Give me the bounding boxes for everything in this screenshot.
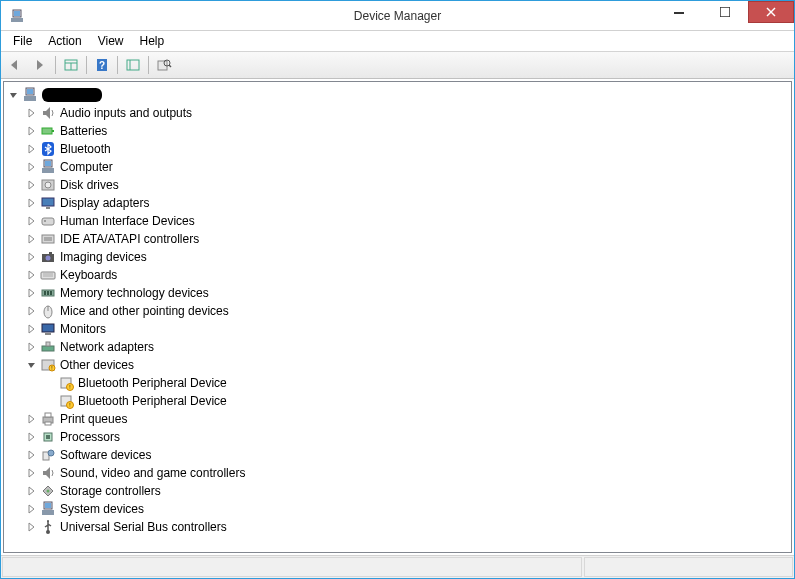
expand-arrow-icon[interactable] xyxy=(26,323,38,335)
svg-point-31 xyxy=(44,220,46,222)
device-item[interactable]: !Bluetooth Peripheral Device xyxy=(4,374,791,392)
expand-arrow-icon[interactable] xyxy=(26,251,38,263)
category-label: IDE ATA/ATAPI controllers xyxy=(60,232,199,246)
expand-arrow-icon[interactable] xyxy=(26,161,38,173)
expand-arrow-icon[interactable] xyxy=(26,503,38,515)
imaging-icon xyxy=(40,249,56,265)
expand-arrow-icon[interactable] xyxy=(26,467,38,479)
device-item[interactable]: !Bluetooth Peripheral Device xyxy=(4,392,791,410)
category-monitor[interactable]: Monitors xyxy=(4,320,791,338)
category-computer[interactable]: Computer xyxy=(4,158,791,176)
category-bluetooth[interactable]: Bluetooth xyxy=(4,140,791,158)
expand-arrow-icon[interactable] xyxy=(26,449,38,461)
expand-arrow-icon[interactable] xyxy=(26,179,38,191)
scan-button[interactable] xyxy=(122,54,144,76)
category-label: Processors xyxy=(60,430,120,444)
battery-icon xyxy=(40,123,56,139)
hid-icon xyxy=(40,213,56,229)
svg-rect-25 xyxy=(45,161,51,166)
category-memory[interactable]: Memory technology devices xyxy=(4,284,791,302)
expand-arrow-icon[interactable] xyxy=(26,287,38,299)
properties-button[interactable] xyxy=(153,54,175,76)
category-disk[interactable]: Disk drives xyxy=(4,176,791,194)
collapse-arrow-icon[interactable] xyxy=(8,89,20,101)
category-usb[interactable]: Universal Serial Bus controllers xyxy=(4,518,791,536)
menu-file[interactable]: File xyxy=(5,32,40,50)
menu-view[interactable]: View xyxy=(90,32,132,50)
menu-action[interactable]: Action xyxy=(40,32,89,50)
expand-arrow-icon[interactable] xyxy=(26,197,38,209)
expand-arrow-icon[interactable] xyxy=(26,269,38,281)
expand-arrow-icon[interactable] xyxy=(26,143,38,155)
svg-rect-46 xyxy=(42,324,54,332)
svg-rect-61 xyxy=(45,422,51,425)
svg-rect-4 xyxy=(720,7,730,17)
category-ide[interactable]: IDE ATA/ATAPI controllers xyxy=(4,230,791,248)
expand-arrow-icon[interactable] xyxy=(26,107,38,119)
category-display[interactable]: Display adapters xyxy=(4,194,791,212)
status-pane xyxy=(2,557,582,577)
category-other[interactable]: !Other devices xyxy=(4,356,791,374)
tree-root[interactable] xyxy=(4,86,791,104)
toolbar-separator xyxy=(148,56,149,74)
help-button[interactable]: ? xyxy=(91,54,113,76)
category-label: System devices xyxy=(60,502,144,516)
category-mouse[interactable]: Mice and other pointing devices xyxy=(4,302,791,320)
category-cpu[interactable]: Processors xyxy=(4,428,791,446)
svg-rect-0 xyxy=(11,18,23,22)
printer-icon xyxy=(40,411,56,427)
back-button[interactable] xyxy=(5,54,27,76)
expand-arrow-icon[interactable] xyxy=(26,125,38,137)
category-sound[interactable]: Sound, video and game controllers xyxy=(4,464,791,482)
expand-arrow-icon[interactable] xyxy=(26,305,38,317)
svg-text:!: ! xyxy=(51,365,52,371)
category-storage[interactable]: Storage controllers xyxy=(4,482,791,500)
svg-rect-23 xyxy=(42,168,54,173)
svg-rect-36 xyxy=(49,252,52,254)
expand-arrow-icon[interactable] xyxy=(26,521,38,533)
category-label: Sound, video and game controllers xyxy=(60,466,245,480)
expand-arrow-icon[interactable] xyxy=(26,413,38,425)
unknown-icon: ! xyxy=(58,393,74,409)
category-imaging[interactable]: Imaging devices xyxy=(4,248,791,266)
window-title: Device Manager xyxy=(354,9,441,23)
expand-arrow-icon[interactable] xyxy=(26,233,38,245)
collapse-arrow-icon[interactable] xyxy=(26,359,38,371)
expand-arrow-icon[interactable] xyxy=(26,215,38,227)
close-button[interactable] xyxy=(748,1,794,23)
maximize-button[interactable] xyxy=(702,1,748,23)
category-label: Memory technology devices xyxy=(60,286,209,300)
network-icon xyxy=(40,339,56,355)
category-audio[interactable]: Audio inputs and outputs xyxy=(4,104,791,122)
category-keyboard[interactable]: Keyboards xyxy=(4,266,791,284)
svg-rect-29 xyxy=(46,207,50,209)
expand-arrow-icon[interactable] xyxy=(26,431,38,443)
category-network[interactable]: Network adapters xyxy=(4,338,791,356)
category-software[interactable]: Software devices xyxy=(4,446,791,464)
expand-arrow-icon[interactable] xyxy=(26,341,38,353)
svg-rect-3 xyxy=(674,12,684,14)
menubar: File Action View Help xyxy=(1,31,794,51)
computer-icon xyxy=(22,87,38,103)
status-pane xyxy=(584,557,793,577)
device-label: Bluetooth Peripheral Device xyxy=(78,376,227,390)
menu-help[interactable]: Help xyxy=(132,32,173,50)
svg-rect-69 xyxy=(45,503,51,508)
category-printer[interactable]: Print queues xyxy=(4,410,791,428)
category-system[interactable]: System devices xyxy=(4,500,791,518)
cpu-icon xyxy=(40,429,56,445)
category-battery[interactable]: Batteries xyxy=(4,122,791,140)
category-label: Universal Serial Bus controllers xyxy=(60,520,227,534)
svg-point-35 xyxy=(46,256,51,261)
category-hid[interactable]: Human Interface Devices xyxy=(4,212,791,230)
show-hidden-button[interactable] xyxy=(60,54,82,76)
category-label: Disk drives xyxy=(60,178,119,192)
forward-button[interactable] xyxy=(29,54,51,76)
sound-icon xyxy=(40,465,56,481)
minimize-button[interactable] xyxy=(656,1,702,23)
svg-line-16 xyxy=(169,65,171,67)
device-tree[interactable]: Audio inputs and outputsBatteriesBluetoo… xyxy=(3,81,792,553)
expand-arrow-icon[interactable] xyxy=(26,485,38,497)
other-icon: ! xyxy=(40,357,56,373)
software-icon xyxy=(40,447,56,463)
